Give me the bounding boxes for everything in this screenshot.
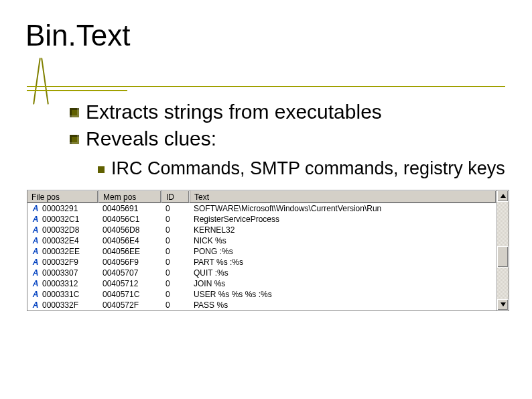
strings-table: File pos Mem pos ID Text A00003291004056… xyxy=(27,190,509,311)
bullet-level2: IRC Commands, SMTP commands, registry ke… xyxy=(98,158,519,180)
ascii-type-icon: A xyxy=(31,226,40,234)
bullet-marker-icon xyxy=(70,108,79,117)
file-pos-value: 000032E4 xyxy=(42,235,79,246)
file-pos-value: 00003312 xyxy=(42,278,78,289)
table-body: A00003291004056910SOFTWARE\Microsoft\Win… xyxy=(27,203,496,310)
col-header-file-pos[interactable]: File pos xyxy=(27,190,98,203)
cell-mem-pos: 00405712 xyxy=(98,278,161,289)
cell-text: RegisterServiceProcess xyxy=(190,214,496,225)
cell-mem-pos: 004056D8 xyxy=(98,225,161,235)
table-header-row: File pos Mem pos ID Text xyxy=(27,190,496,203)
cell-file-pos: A00003312 xyxy=(27,278,98,289)
svg-marker-1 xyxy=(501,302,506,306)
cell-file-pos: A000032E4 xyxy=(27,235,98,246)
cell-file-pos: A000032C1 xyxy=(27,214,98,225)
col-header-text[interactable]: Text xyxy=(190,190,496,203)
file-pos-value: 000032D8 xyxy=(42,225,79,235)
cell-text: PONG :%s xyxy=(190,246,496,257)
cell-file-pos: A000032D8 xyxy=(27,225,98,235)
ascii-type-icon: A xyxy=(31,215,40,223)
vertical-scrollbar[interactable] xyxy=(496,190,509,310)
cell-mem-pos: 00405707 xyxy=(98,268,161,278)
table-row[interactable]: A00003307004057070QUIT :%s xyxy=(27,268,496,278)
cell-text: NICK %s xyxy=(190,235,496,246)
cell-text: KERNEL32 xyxy=(190,225,496,235)
cell-file-pos: A00003291 xyxy=(27,203,98,214)
table-row[interactable]: A000032E4004056E40NICK %s xyxy=(27,235,496,246)
cell-id: 0 xyxy=(161,278,190,289)
ascii-type-icon: A xyxy=(31,301,40,309)
cell-id: 0 xyxy=(161,235,190,246)
cell-mem-pos: 004056EE xyxy=(98,246,161,257)
slide-body: Extracts strings from executables Reveal… xyxy=(70,99,519,180)
cell-text: PART %s :%s xyxy=(190,257,496,268)
scroll-up-button[interactable] xyxy=(497,190,509,202)
cell-id: 0 xyxy=(161,246,190,257)
table-row[interactable]: A0000331C0040571C0USER %s %s %s :%s xyxy=(27,289,496,300)
bullet-marker-icon xyxy=(98,166,105,173)
ascii-type-icon: A xyxy=(31,290,40,298)
cell-id: 0 xyxy=(161,203,190,214)
cell-id: 0 xyxy=(161,257,190,268)
cell-text: JOIN %s xyxy=(190,278,496,289)
chevron-down-icon xyxy=(501,302,506,306)
cell-file-pos: A00003307 xyxy=(27,268,98,278)
file-pos-value: 000032C1 xyxy=(42,214,79,225)
cell-mem-pos: 004056C1 xyxy=(98,214,161,225)
file-pos-value: 000032EE xyxy=(42,246,80,257)
cell-mem-pos: 00405691 xyxy=(98,203,161,214)
bullet-level1: Reveals clues: xyxy=(70,126,519,152)
chevron-up-icon xyxy=(501,194,506,198)
cell-text: QUIT :%s xyxy=(190,268,496,278)
scroll-down-button[interactable] xyxy=(497,299,509,310)
ascii-type-icon: A xyxy=(31,237,40,245)
bullet-level1: Extracts strings from executables xyxy=(70,99,519,125)
file-pos-value: 000032F9 xyxy=(42,257,78,268)
table-row[interactable]: A00003312004057120JOIN %s xyxy=(27,278,496,289)
ascii-type-icon: A xyxy=(31,247,40,255)
cell-id: 0 xyxy=(161,225,190,235)
table-row[interactable]: A000032F9004056F90PART %s :%s xyxy=(27,257,496,268)
col-header-mem-pos[interactable]: Mem pos xyxy=(98,190,161,203)
bullet-text: Extracts strings from executables xyxy=(86,99,382,125)
col-header-id[interactable]: ID xyxy=(161,190,190,203)
cell-text: PASS %s xyxy=(190,300,496,310)
svg-marker-0 xyxy=(501,194,506,198)
file-pos-value: 00003291 xyxy=(42,203,78,214)
slide-title: Bin.Text xyxy=(25,19,519,52)
cell-id: 0 xyxy=(161,268,190,278)
ascii-type-icon: A xyxy=(31,280,40,288)
title-decoration xyxy=(13,58,519,98)
cell-mem-pos: 004056E4 xyxy=(98,235,161,246)
cell-mem-pos: 004056F9 xyxy=(98,257,161,268)
cell-id: 0 xyxy=(161,289,190,300)
cell-text: SOFTWARE\Microsoft\Windows\CurrentVersio… xyxy=(190,203,496,214)
cell-mem-pos: 0040571C xyxy=(98,289,161,300)
scrollbar-thumb[interactable] xyxy=(497,246,509,268)
cell-file-pos: A000032F9 xyxy=(27,257,98,268)
file-pos-value: 0000332F xyxy=(42,300,78,310)
cell-id: 0 xyxy=(161,300,190,310)
cell-mem-pos: 0040572F xyxy=(98,300,161,310)
table-row[interactable]: A00003291004056910SOFTWARE\Microsoft\Win… xyxy=(27,203,496,214)
cell-file-pos: A0000332F xyxy=(27,300,98,310)
cell-file-pos: A000032EE xyxy=(27,246,98,257)
cell-text: USER %s %s %s :%s xyxy=(190,289,496,300)
file-pos-value: 0000331C xyxy=(42,289,79,300)
ascii-type-icon: A xyxy=(31,258,40,266)
table-row[interactable]: A000032EE004056EE0PONG :%s xyxy=(27,246,496,257)
cell-id: 0 xyxy=(161,214,190,225)
bullet-marker-icon xyxy=(70,135,79,144)
bullet-text: Reveals clues: xyxy=(86,126,216,152)
ascii-type-icon: A xyxy=(31,269,40,277)
ascii-type-icon: A xyxy=(31,205,40,213)
scrollbar-track[interactable] xyxy=(497,202,509,299)
file-pos-value: 00003307 xyxy=(42,268,78,278)
bullet-text: IRC Commands, SMTP commands, registry ke… xyxy=(111,158,505,180)
table-row[interactable]: A000032C1004056C10RegisterServiceProcess xyxy=(27,214,496,225)
table-row[interactable]: A0000332F0040572F0PASS %s xyxy=(27,300,496,310)
table-row[interactable]: A000032D8004056D80KERNEL32 xyxy=(27,225,496,235)
cell-file-pos: A0000331C xyxy=(27,289,98,300)
